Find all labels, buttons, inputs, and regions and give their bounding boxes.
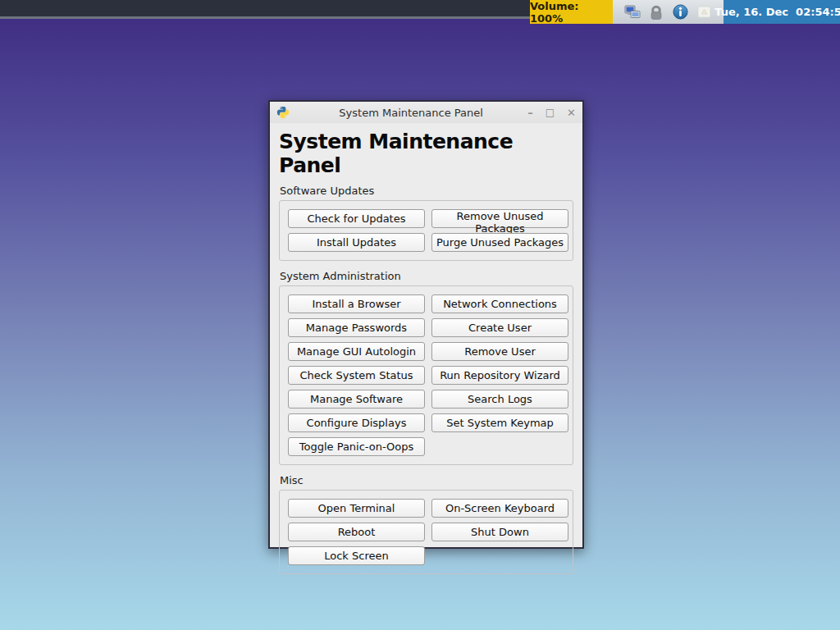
section-label-misc: Misc	[280, 474, 573, 486]
lock-screen-button[interactable]: Lock Screen	[288, 546, 425, 565]
create-user-button[interactable]: Create User	[431, 318, 568, 337]
clock-text: Tue, 16. Dec 02:54:53	[714, 6, 840, 18]
volume-applet[interactable]: Volume: 100%	[530, 0, 613, 24]
groupbox-system-administration: Install a Browser Network Connections Ma…	[279, 285, 573, 465]
lock-icon[interactable]	[649, 4, 664, 21]
shut-down-button[interactable]: Shut Down	[431, 523, 568, 541]
remove-unused-packages-button[interactable]: Remove Unused Packages	[431, 209, 568, 228]
window-title: System Maintenance Panel	[294, 107, 527, 119]
taskbar-empty-area	[0, 0, 530, 19]
section-software-updates: Software Updates Check for Updates Remov…	[279, 185, 573, 261]
run-repository-wizard-button[interactable]: Run Repository Wizard	[431, 366, 568, 385]
groupbox-software-updates: Check for Updates Remove Unused Packages…	[279, 200, 573, 261]
titlebar[interactable]: System Maintenance Panel – □ ✕	[270, 102, 582, 123]
displays-icon[interactable]	[624, 4, 641, 21]
configure-displays-button[interactable]: Configure Displays	[288, 413, 425, 432]
reboot-button[interactable]: Reboot	[288, 523, 425, 541]
search-logs-button[interactable]: Search Logs	[431, 390, 568, 409]
taskbar: Volume: 100%	[0, 0, 840, 24]
maximize-icon[interactable]: □	[546, 107, 555, 117]
on-screen-keyboard-button[interactable]: On-Screen Keyboard	[431, 499, 568, 518]
section-label-software-updates: Software Updates	[280, 185, 573, 197]
section-label-system-administration: System Administration	[280, 270, 573, 282]
notifications-icon[interactable]	[696, 4, 712, 20]
system-tray	[613, 0, 724, 24]
desktop: Volume: 100%	[0, 0, 840, 630]
check-for-updates-button[interactable]: Check for Updates	[288, 209, 425, 228]
page-title: System Maintenance Panel	[279, 130, 573, 177]
check-system-status-button[interactable]: Check System Status	[288, 366, 425, 385]
window-controls: – □ ✕	[527, 107, 576, 118]
groupbox-misc: Open Terminal On-Screen Keyboard Reboot …	[279, 490, 573, 574]
system-maintenance-window: System Maintenance Panel – □ ✕ System Ma…	[268, 100, 584, 549]
close-icon[interactable]: ✕	[567, 107, 576, 118]
info-icon[interactable]	[673, 4, 688, 20]
install-a-browser-button[interactable]: Install a Browser	[288, 294, 425, 313]
section-misc: Misc Open Terminal On-Screen Keyboard Re…	[279, 474, 573, 574]
set-system-keymap-button[interactable]: Set System Keymap	[431, 413, 568, 432]
manage-gui-autologin-button[interactable]: Manage GUI Autologin	[288, 342, 425, 361]
minimize-icon[interactable]: –	[527, 107, 533, 118]
volume-label: Volume: 100%	[530, 0, 613, 25]
remove-user-button[interactable]: Remove User	[431, 342, 568, 361]
python-icon	[276, 106, 290, 119]
network-connections-button[interactable]: Network Connections	[431, 294, 568, 313]
open-terminal-button[interactable]: Open Terminal	[288, 499, 425, 518]
manage-passwords-button[interactable]: Manage Passwords	[288, 318, 425, 337]
clock-applet[interactable]: Tue, 16. Dec 02:54:53	[724, 0, 840, 24]
toggle-panic-on-oops-button[interactable]: Toggle Panic-on-Oops	[288, 437, 425, 456]
manage-software-button[interactable]: Manage Software	[288, 390, 425, 409]
install-updates-button[interactable]: Install Updates	[288, 233, 425, 252]
purge-unused-packages-button[interactable]: Purge Unused Packages	[431, 233, 568, 252]
window-content: System Maintenance Panel Software Update…	[270, 123, 582, 574]
section-system-administration: System Administration Install a Browser …	[279, 270, 573, 465]
